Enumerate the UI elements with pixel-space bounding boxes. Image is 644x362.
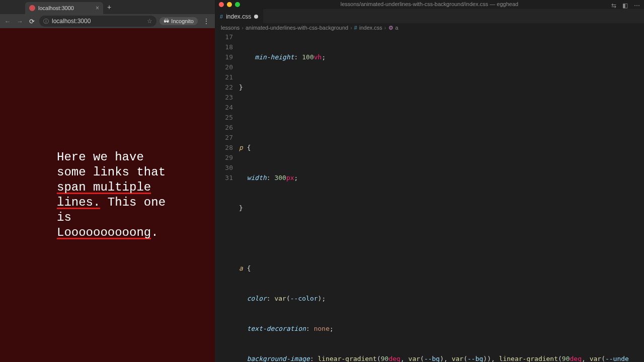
unsaved-dot-icon: [254, 15, 258, 19]
url-text: localhost:3000: [52, 18, 91, 25]
symbol-icon: ⚙: [388, 25, 393, 31]
css-file-icon: #: [220, 14, 223, 20]
incognito-icon: 🕶: [164, 18, 169, 24]
breadcrumb-item[interactable]: a: [395, 25, 398, 31]
browser-toolbar: ← → ⟳ ⓘ localhost:3000 ☆ 🕶 Incognito ⋮: [0, 14, 215, 28]
demo-link-2[interactable]: Loooooooooong: [57, 226, 151, 239]
window-close-icon[interactable]: [219, 2, 224, 7]
code-editor: lessons/animated-underlines-with-css-bac…: [215, 0, 644, 362]
incognito-label: Incognito: [171, 18, 194, 24]
site-info-icon[interactable]: ⓘ: [43, 18, 49, 25]
chevron-right-icon: ›: [384, 25, 386, 31]
close-icon[interactable]: ×: [96, 5, 99, 12]
line-gutter: 17 18 19 20 21 22 23 24 25 26 27 28 29 3…: [215, 32, 239, 362]
text: Here we have some links that: [57, 150, 166, 179]
new-tab-button[interactable]: +: [107, 3, 111, 11]
browser-menu-button[interactable]: ⋮: [201, 17, 212, 25]
editor-tabbar: # index.css: [215, 9, 644, 23]
breadcrumb-item[interactable]: animated-underlines-with-css-background: [246, 25, 348, 31]
rendered-page: Here we have some links that span multip…: [0, 28, 215, 362]
browser-window: localhost:3000 × + ← → ⟳ ⓘ localhost:300…: [0, 0, 215, 362]
code-lines[interactable]: min-height: 100vh; } p { width: 300px; }…: [239, 32, 644, 362]
editor-tab-index-css[interactable]: # index.css: [215, 9, 263, 23]
tab-title: localhost:3000: [38, 5, 93, 11]
toggle-panel-icon[interactable]: ⇆: [611, 2, 616, 9]
window-zoom-icon[interactable]: [235, 2, 240, 7]
breadcrumb[interactable]: lessons › animated-underlines-with-css-b…: [215, 23, 644, 32]
editor-tab-label: index.css: [226, 13, 251, 20]
bookmark-icon[interactable]: ☆: [147, 18, 152, 25]
url-bar[interactable]: ⓘ localhost:3000 ☆: [39, 16, 156, 27]
editor-title-actions: ⇆ ◧ ⋯: [611, 2, 640, 9]
forward-button[interactable]: →: [15, 17, 24, 26]
reload-button[interactable]: ⟳: [27, 17, 36, 26]
browser-tabbar: localhost:3000 × +: [0, 0, 215, 14]
demo-paragraph: Here we have some links that span multip…: [57, 150, 168, 240]
browser-tab[interactable]: localhost:3000 ×: [25, 2, 103, 14]
breadcrumb-item[interactable]: index.css: [359, 25, 382, 31]
window-minimize-icon[interactable]: [227, 2, 232, 7]
more-icon[interactable]: ⋯: [634, 2, 640, 9]
css-file-icon: #: [354, 25, 357, 31]
back-button[interactable]: ←: [3, 17, 12, 26]
code-area[interactable]: 17 18 19 20 21 22 23 24 25 26 27 28 29 3…: [215, 32, 644, 362]
chevron-right-icon: ›: [350, 25, 352, 31]
window-title: lessons/animated-underlines-with-css-bac…: [341, 1, 518, 7]
breadcrumb-item[interactable]: lessons: [221, 25, 239, 31]
tab-favicon: [29, 5, 35, 11]
text: .: [151, 226, 158, 239]
chevron-right-icon: ›: [242, 25, 244, 31]
incognito-badge[interactable]: 🕶 Incognito: [159, 17, 198, 25]
layout-icon[interactable]: ◧: [622, 2, 628, 9]
